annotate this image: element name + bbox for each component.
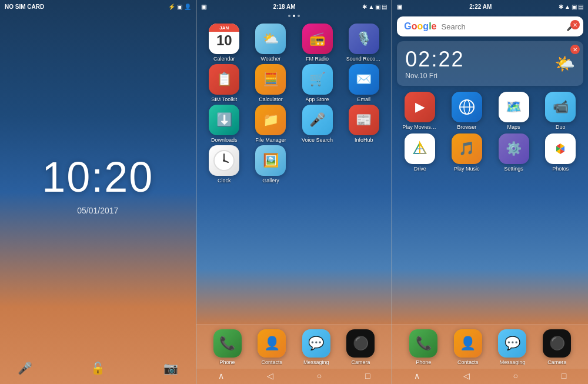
app-calc[interactable]: 🧮 Calculator [249,64,293,102]
app-infohub[interactable]: 📰 InfoHub [342,105,386,143]
bluetooth-icon: ⚡ [168,4,175,10]
google-search-input[interactable] [442,22,562,31]
wid-battery-icon: ▤ [578,4,583,10]
clock-icon [209,145,239,176]
home-status-left: ▣ [201,4,206,10]
music-label: Play Music [454,166,480,172]
home-time: 2:18 AM [273,4,296,10]
lock-date: 05/01/2017 [77,206,118,215]
wid-signal-icon: ▣ [572,4,577,10]
gallery-icon: 🖼️ [255,145,286,176]
play-label: Play Movies &.. [402,124,437,130]
widgets-status-bar: ▣ 2:22 AM ✱ ▲ ▣ ▤ [392,0,588,13]
app-weather[interactable]: ⛅ Weather [249,24,293,62]
app-photos[interactable]: Photos [539,133,582,172]
dock-phone[interactable]: 📞 Phone [213,329,242,365]
app-sound[interactable]: 🎙️ Sound Record.. [342,24,386,62]
wdock-phone[interactable]: 📞 Phone [409,329,437,365]
wdock-contacts-icon: 👤 [454,329,482,358]
wid-wifi-icon: ▲ [564,4,570,10]
drive-icon [405,133,435,164]
voice-icon: 🎤 [302,105,333,135]
app-maps[interactable]: 🗺️ Maps [492,92,536,130]
fm-label: FM Radio [306,56,329,62]
photos-icon [545,133,576,164]
google-widget-wrap: Google 🎤 ✕ [397,16,583,36]
app-drive[interactable]: Drive [398,133,442,172]
music-icon: 🎵 [452,133,482,164]
wnav-square[interactable]: □ [562,371,566,380]
nav-home[interactable]: ○ [317,371,322,380]
clock-svg [213,149,235,172]
wnav-back[interactable]: ◁ [463,371,470,380]
wdock-msg[interactable]: 💬 Messaging [498,329,526,365]
divider-2 [392,0,392,384]
wnav-home[interactable]: ○ [513,371,518,380]
home-status-right: ✱ ▲ ▣ ▤ [362,4,387,10]
wdock-phone-icon: 📞 [409,329,437,358]
app-calendar[interactable]: JAN 10 Calendar [202,24,246,62]
app-settings[interactable]: ⚙️ Settings [492,133,536,172]
home-signal-icon: ▣ [375,4,380,10]
home-wifi-icon: ▲ [368,4,374,10]
infohub-icon: 📰 [349,105,379,135]
home-spacer [196,188,392,324]
dock-camera[interactable]: ⚫ Camera [346,329,375,365]
app-downloads[interactable]: ⬇️ Downloads [202,105,246,143]
widgets-spacer [392,175,588,324]
infohub-label: InfoHub [355,137,373,143]
app-email[interactable]: ✉️ Email [342,64,386,102]
lock-icon[interactable]: 🔓 [91,361,105,375]
lock-screen-panel: NO SIM CARD ⚡ ▣ 👤 10:20 05/01/2017 🎤 🔓 📷 [0,0,196,384]
dock-msg[interactable]: 💬 Messaging [302,329,330,365]
dock-phone-icon: 📞 [213,329,242,358]
app-sim[interactable]: 📋 SIM Toolkit [202,64,246,102]
dock-camera-icon: ⚫ [346,329,375,358]
nav-back[interactable]: ◁ [267,371,273,380]
play-icon: ▶ [405,92,435,122]
wdock-msg-label: Messaging [500,359,526,365]
lock-status-bar: NO SIM CARD ⚡ ▣ 👤 [0,0,196,13]
wdock-contacts[interactable]: 👤 Contacts [454,329,482,365]
home-status-bar: ▣ 2:18 AM ✱ ▲ ▣ ▤ [196,0,392,13]
app-music[interactable]: 🎵 Play Music [445,133,489,172]
camera-icon[interactable]: 📷 [163,361,178,375]
wdock-camera[interactable]: ⚫ Camera [543,329,571,365]
app-grid: JAN 10 Calendar ⛅ Weather 📻 FM Radio 🎙️ … [196,19,392,188]
app-clock[interactable]: Clock [202,145,246,183]
maps-label: Maps [507,124,520,130]
app-voice[interactable]: 🎤 Voice Search [295,105,339,143]
dock-contacts[interactable]: 👤 Contacts [258,329,286,365]
nav-chevron[interactable]: ∧ [218,371,224,380]
wnav-chevron[interactable]: ∧ [414,371,420,380]
app-fm[interactable]: 📻 FM Radio [295,24,339,62]
app-appstore[interactable]: 🛒 App Store [295,64,339,102]
no-sim-text: NO SIM CARD [5,4,44,10]
duo-label: Duo [556,124,566,130]
app-gallery[interactable]: 🖼️ Gallery [249,145,293,183]
app-duo[interactable]: 📹 Duo [539,92,582,130]
files-icon: 📁 [255,105,286,135]
app-play[interactable]: ▶ Play Movies &.. [398,92,442,130]
app-files[interactable]: 📁 File Manager [249,105,293,143]
dock-phone-label: Phone [219,359,235,365]
files-label: File Manager [255,137,286,143]
dock-camera-label: Camera [351,359,370,365]
drive-svg [412,141,428,157]
calc-label: Calculator [259,96,283,102]
dock-contacts-icon: 👤 [258,329,286,358]
dock-contacts-label: Contacts [261,359,282,365]
home-bt-icon: ✱ [362,4,367,10]
wdock-msg-icon: 💬 [498,329,526,358]
widgets-cam-icon: ▣ [397,4,402,10]
widgets-dock: 📞 Phone 👤 Contacts 💬 Messaging ⚫ Camera [392,324,588,369]
google-widget-close[interactable]: ✕ [570,20,580,29]
microphone-icon[interactable]: 🎤 [18,361,32,375]
nav-square[interactable]: □ [365,371,370,380]
scroll-indicator [196,13,392,19]
drive-label: Drive [414,166,426,172]
widgets-time: 2:22 AM [469,4,492,10]
clock-label: Clock [218,178,231,183]
clock-widget-close[interactable]: ✕ [570,45,580,54]
app-browser[interactable]: Browser [445,92,489,130]
